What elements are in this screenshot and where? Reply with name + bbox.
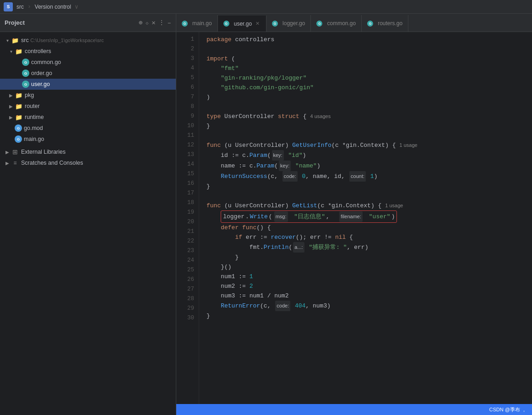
sidebar-item-user-go[interactable]: G user.go — [0, 79, 176, 90]
common-go-label: common.go — [31, 59, 61, 65]
sidebar-item-src[interactable]: ▾ 📁 src C:\Users\nlp_1\goWorkspace\src — [0, 35, 176, 46]
sidebar-item-common-go[interactable]: G common.go — [0, 57, 176, 68]
go-mod-icon: G — [15, 124, 22, 132]
tab-user-go[interactable]: G user.go ✕ — [218, 16, 266, 32]
ext-arrow: ▶ — [4, 150, 11, 155]
vcs-chevron: ∨ — [75, 3, 78, 11]
scratches-arrow: ▶ — [4, 161, 11, 166]
sidebar-item-ext-libs[interactable]: ▶ ⊞ External Libraries — [0, 146, 176, 157]
code-line-29: } — [206, 311, 532, 321]
code-line-27: num3 := num1 / num2 — [206, 291, 532, 301]
code-line-1: package controllers — [206, 35, 532, 44]
user-go-icon: G — [22, 81, 29, 88]
controllers-arrow: ▾ — [7, 49, 15, 54]
code-line-26: num2 := 2 — [206, 281, 532, 291]
tab-main-go[interactable]: G main.go — [176, 15, 218, 32]
status-bar: CSDN @季布 ， — [176, 404, 532, 415]
add-dir-icon[interactable]: ⊕ — [139, 19, 142, 27]
sidebar-item-main-go[interactable]: G main.go — [0, 134, 176, 145]
tab-routers-go-label: routers.go — [378, 20, 402, 27]
code-line-3: import ( — [206, 54, 532, 64]
status-text: CSDN @季布 ， — [489, 406, 527, 413]
router-folder-icon: 📁 — [15, 102, 23, 110]
code-editor[interactable]: package controllers import ( "fmt" "gin-… — [199, 32, 532, 404]
tab-user-go-icon: G — [223, 21, 229, 27]
code-line-23: } — [206, 253, 532, 262]
router-arrow: ▶ — [7, 104, 15, 109]
sidebar-title: Project — [5, 19, 139, 26]
code-line-10: } — [206, 121, 532, 131]
editor-area: G main.go G user.go ✕ G logger.go G comm… — [176, 14, 532, 415]
tab-main-go-label: main.go — [192, 20, 212, 27]
pkg-label: pkg — [25, 92, 34, 98]
runtime-arrow: ▶ — [7, 115, 15, 120]
user-go-label: user.go — [31, 81, 50, 87]
collapse-icon[interactable]: ⬦ — [145, 19, 149, 27]
close-icon[interactable]: ✕ — [152, 19, 155, 27]
sidebar-header: Project ⊕ ⬦ ✕ ⋮ – — [0, 14, 176, 32]
more-icon[interactable]: ⋮ — [158, 19, 165, 27]
code-line-25: num1 := 1 — [206, 272, 532, 281]
code-line-6: "github.com/gin-gonic/gin" — [206, 83, 532, 92]
controllers-folder-icon: 📁 — [15, 47, 23, 55]
ext-libs-label: External Libraries — [21, 149, 65, 155]
ext-libs-icon: ⊞ — [11, 148, 19, 156]
vcs-label[interactable]: Version control — [35, 4, 71, 10]
code-line-9: type UserController struct { 4 usages — [206, 112, 532, 121]
tab-logger-go[interactable]: G logger.go — [266, 15, 311, 32]
code-line-30 — [206, 321, 532, 330]
code-line-21: if err := recover(); err != nil { — [206, 232, 532, 242]
separator: › — [27, 3, 31, 10]
sidebar-item-runtime[interactable]: ▶ 📁 runtime — [0, 112, 176, 123]
tab-common-go-label: common.go — [327, 20, 356, 27]
tab-user-go-close[interactable]: ✕ — [255, 20, 261, 27]
code-line-20: defer func() { — [206, 223, 532, 232]
top-bar: S src › Version control ∨ — [0, 0, 532, 14]
code-line-28: ReturnError(c, code: 404, num3) — [206, 301, 532, 311]
code-line-19: logger.Write(msg: "日志信息", filename: "use… — [206, 210, 532, 223]
order-go-label: order.go — [31, 70, 52, 76]
scratches-icon: ≡ — [11, 159, 19, 167]
common-go-icon: G — [22, 59, 29, 66]
main-layout: Project ⊕ ⬦ ✕ ⋮ – ▾ 📁 src C:\Users\nlp_1… — [0, 14, 532, 415]
tab-common-go[interactable]: G common.go — [311, 15, 362, 32]
runtime-label: runtime — [25, 114, 44, 120]
main-go-icon: G — [15, 135, 22, 143]
code-line-16: } — [206, 182, 532, 191]
sidebar-item-order-go[interactable]: G order.go — [0, 68, 176, 79]
code-line-13: id := c.Param(key: "id") — [206, 150, 532, 161]
tab-logger-go-label: logger.go — [282, 20, 305, 27]
src-folder-icon: 📁 — [11, 36, 19, 44]
code-line-11 — [206, 131, 532, 140]
order-go-icon: G — [22, 70, 29, 77]
sidebar-item-scratches[interactable]: ▶ ≡ Scratches and Consoles — [0, 157, 176, 168]
pkg-arrow: ▶ — [7, 93, 15, 98]
tab-routers-go-icon: G — [367, 21, 373, 27]
code-line-18: func (u UserController) GetList(c *gin.C… — [206, 201, 532, 210]
project-name[interactable]: src — [16, 4, 24, 10]
code-line-2 — [206, 44, 532, 54]
go-mod-label: go.mod — [24, 125, 43, 131]
main-go-label: main.go — [24, 136, 44, 142]
code-line-24: }() — [206, 262, 532, 272]
tab-common-go-icon: G — [316, 21, 322, 27]
code-line-22: fmt.Println(a...: "捕获异常: ", err) — [206, 242, 532, 253]
sidebar-item-pkg[interactable]: ▶ 📁 pkg — [0, 90, 176, 101]
sidebar-item-router[interactable]: ▶ 📁 router — [0, 101, 176, 112]
tab-user-go-label: user.go — [234, 21, 252, 27]
code-line-14: name := c.Param(key: "name") — [206, 161, 532, 171]
sidebar: Project ⊕ ⬦ ✕ ⋮ – ▾ 📁 src C:\Users\nlp_1… — [0, 14, 176, 415]
sidebar-item-controllers[interactable]: ▾ 📁 controllers — [0, 46, 176, 57]
controllers-label: controllers — [25, 48, 51, 54]
code-line-15: ReturnSuccess(c, code: 0, name, id, coun… — [206, 171, 532, 182]
sidebar-item-go-mod[interactable]: G go.mod — [0, 123, 176, 134]
tab-bar: G main.go G user.go ✕ G logger.go G comm… — [176, 14, 532, 32]
router-label: router — [25, 103, 40, 109]
runtime-folder-icon: 📁 — [15, 113, 23, 121]
tab-routers-go[interactable]: G routers.go — [362, 15, 408, 32]
line-numbers: 12345678910 11121314151617181920 2122232… — [176, 32, 199, 404]
minimize-icon[interactable]: – — [168, 19, 171, 27]
code-line-7: ) — [206, 92, 532, 102]
code-line-17 — [206, 191, 532, 201]
code-line-12: func (u UserController) GetUserInfo(c *g… — [206, 140, 532, 150]
